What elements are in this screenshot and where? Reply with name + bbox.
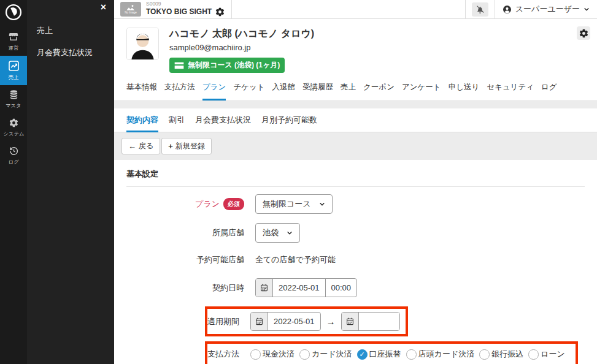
plan-panel: 契約内容割引月会費支払状況月別予約可能数 ← 戻る + 新規登録 基本設定 プラ… bbox=[114, 108, 597, 364]
tab-申し送り[interactable]: 申し送り bbox=[449, 82, 480, 100]
secondary-sidebar-items: 売上月会費支払状況 bbox=[27, 20, 114, 64]
sidebar-item-unei[interactable]: 運営 bbox=[0, 27, 27, 56]
user-menu[interactable]: スーパーユーザー bbox=[495, 4, 597, 15]
tab-支払方法[interactable]: 支払方法 bbox=[164, 82, 195, 100]
notifications-off-button[interactable] bbox=[472, 2, 488, 17]
payment-label: 支払方法 bbox=[207, 349, 250, 360]
subtab-月会費支払状況[interactable]: 月会費支払状況 bbox=[195, 115, 251, 132]
tab-受講履歴[interactable]: 受講履歴 bbox=[302, 82, 333, 100]
app-logo-icon[interactable] bbox=[4, 3, 23, 21]
radio-icon[interactable] bbox=[406, 349, 417, 360]
chevron-down-icon bbox=[319, 201, 325, 207]
payment-option-label: 銀行振込 bbox=[491, 349, 523, 360]
contract-time-value[interactable]: 00:00 bbox=[325, 279, 357, 297]
no-image-label: No Image bbox=[125, 12, 137, 15]
submenu-item-uriage[interactable]: 売上 bbox=[27, 20, 114, 42]
gear-icon bbox=[9, 118, 19, 128]
primary-sidebar-nav: 運営売上マスタシステムログ bbox=[0, 27, 27, 170]
payment-option-銀行振込[interactable]: 銀行振込 bbox=[479, 349, 523, 360]
payment-option-ローン[interactable]: ローン bbox=[528, 349, 565, 360]
plan-select[interactable]: 無制限コース bbox=[255, 194, 333, 214]
sidebar-item-uriage[interactable]: 売上 bbox=[0, 56, 27, 85]
member-header: ハコモノ 太郎 (ハコモノ タロウ) sample09@machiiro.jp … bbox=[114, 19, 597, 101]
chevron-down-icon bbox=[584, 6, 590, 12]
tab-アンケート[interactable]: アンケート bbox=[402, 82, 441, 100]
person-icon bbox=[503, 5, 512, 14]
sidebar-item-label: システム bbox=[3, 131, 24, 138]
radio-icon[interactable] bbox=[479, 349, 490, 360]
calendar-icon[interactable] bbox=[256, 279, 273, 297]
store-icon bbox=[8, 31, 19, 42]
calendar-icon[interactable] bbox=[342, 313, 359, 330]
payment-option-店頭カード決済[interactable]: 店頭カード決済 bbox=[406, 349, 475, 360]
venue-code: S0009 bbox=[146, 1, 225, 7]
tab-ログ[interactable]: ログ bbox=[541, 82, 557, 100]
gear-icon bbox=[579, 28, 589, 39]
store-select[interactable]: 池袋 bbox=[255, 223, 300, 243]
required-badge: 必須 bbox=[223, 198, 244, 210]
payment-option-現金決済[interactable]: 現金決済 bbox=[250, 349, 295, 360]
contract-date-label: 契約日時 bbox=[126, 282, 255, 294]
subtab-月別予約可能数[interactable]: 月別予約可能数 bbox=[261, 115, 317, 132]
close-icon[interactable]: × bbox=[101, 2, 106, 12]
contract-date-value[interactable]: 2022-05-01 bbox=[273, 279, 325, 297]
payment-option-label: 口座振替 bbox=[369, 349, 401, 360]
member-tabs: 基本情報支払方法プランチケット入退館受講履歴売上クーポンアンケート申し送りセキュ… bbox=[114, 82, 597, 100]
radio-checked-icon[interactable]: ✓ bbox=[357, 349, 368, 360]
reservable-row: 予約可能店舗 全ての店舗で予約可能 bbox=[126, 254, 585, 265]
new-registration-button[interactable]: + 新規登録 bbox=[161, 138, 212, 154]
member-settings-button[interactable] bbox=[577, 26, 590, 40]
sidebar-item-label: 売上 bbox=[9, 74, 19, 82]
avatar bbox=[126, 28, 159, 60]
member-email: sample09@machiiro.jp bbox=[169, 43, 314, 52]
primary-sidebar: 運営売上マスタシステムログ bbox=[0, 0, 27, 364]
plan-badge: 無制限コース (池袋) (1ヶ月) bbox=[169, 58, 285, 73]
sidebar-item-system[interactable]: システム bbox=[0, 113, 27, 142]
secondary-sidebar: × 売上月会費支払状況 bbox=[27, 0, 114, 364]
tab-チケット[interactable]: チケット bbox=[233, 82, 264, 100]
payment-option-口座振替[interactable]: ✓口座振替 bbox=[357, 349, 401, 360]
radio-icon[interactable] bbox=[250, 349, 261, 360]
radio-icon[interactable] bbox=[528, 349, 539, 360]
payment-option-カード決済[interactable]: カード決済 bbox=[299, 349, 352, 360]
subtab-割引[interactable]: 割引 bbox=[169, 115, 185, 132]
payment-row-highlight: 支払方法 現金決済カード決済✓口座振替店頭カード決済銀行振込ローン bbox=[205, 341, 578, 364]
submenu-item-monthly-payment[interactable]: 月会費支払状況 bbox=[27, 42, 114, 64]
topbar: No Image S0009 TOKYO BIG SIGHT スーパーユーザー bbox=[114, 0, 597, 19]
store-label: 所属店舗 bbox=[126, 227, 255, 238]
tab-プラン[interactable]: プラン bbox=[202, 82, 226, 100]
toolbar: ← 戻る + 新規登録 bbox=[114, 132, 597, 160]
venue-selector[interactable]: No Image S0009 TOKYO BIG SIGHT bbox=[114, 0, 232, 18]
sidebar-item-label: 運営 bbox=[9, 45, 19, 52]
tab-売上[interactable]: 売上 bbox=[341, 82, 356, 100]
tab-入退館[interactable]: 入退館 bbox=[272, 82, 296, 100]
tab-クーポン[interactable]: クーポン bbox=[363, 82, 395, 100]
sidebar-item-master[interactable]: マスタ bbox=[0, 85, 27, 113]
back-button[interactable]: ← 戻る bbox=[121, 138, 160, 154]
plan-label: プラン必須 bbox=[126, 198, 255, 210]
period-row-highlight: 適用期間 2022-05-01 → bbox=[205, 306, 408, 336]
tab-基本情報[interactable]: 基本情報 bbox=[126, 82, 157, 100]
radio-icon[interactable] bbox=[299, 349, 310, 360]
venue-name: TOKYO BIG SIGHT bbox=[146, 8, 212, 16]
credit-card-icon bbox=[174, 62, 184, 69]
payment-option-label: カード決済 bbox=[312, 349, 352, 360]
sidebar-item-label: ログ bbox=[9, 159, 19, 166]
contract-date-group: 2022-05-01 00:00 bbox=[255, 278, 357, 297]
basic-settings-form: 基本設定 プラン必須 無制限コース 所属店舗 池袋 bbox=[114, 160, 597, 364]
subtab-契約内容[interactable]: 契約内容 bbox=[126, 115, 158, 132]
sidebar-item-log[interactable]: ログ bbox=[0, 142, 27, 170]
main-area: No Image S0009 TOKYO BIG SIGHT スーパーユーザー bbox=[114, 0, 597, 364]
venue-thumbnail: No Image bbox=[120, 2, 141, 17]
period-end-group bbox=[341, 312, 400, 331]
store-row: 所属店舗 池袋 bbox=[126, 223, 585, 243]
member-identity: ハコモノ 太郎 (ハコモノ タロウ) sample09@machiiro.jp … bbox=[169, 28, 314, 73]
period-start-value[interactable]: 2022-05-01 bbox=[268, 313, 320, 330]
tab-セキュリティ[interactable]: セキュリティ bbox=[487, 82, 534, 100]
venue-gear-icon[interactable] bbox=[215, 7, 225, 17]
topbar-separator bbox=[465, 0, 466, 18]
calendar-icon[interactable] bbox=[251, 313, 268, 330]
arrow-right-icon: → bbox=[326, 316, 336, 327]
database-icon bbox=[9, 89, 19, 100]
period-end-input[interactable] bbox=[359, 313, 399, 330]
